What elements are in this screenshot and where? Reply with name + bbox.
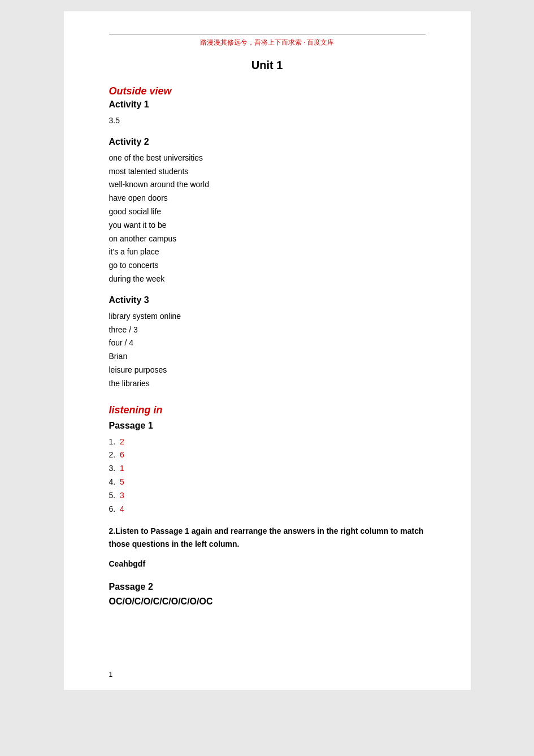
outside-view-section: Outside view Activity 1 3.5 Activity 2 o… (109, 85, 426, 391)
activity3-content: library system online three / 3 four / 4… (109, 310, 426, 391)
passage1-num-0: 1. (109, 437, 116, 446)
passage1-item-3: 4. 5 (109, 476, 426, 489)
passage1-item-4: 5. 3 (109, 489, 426, 503)
activity1-answer: 3.5 (109, 114, 426, 128)
passage1-item-2: 3. 1 (109, 462, 426, 476)
activity3-line-1: three / 3 (109, 323, 426, 337)
page: 路漫漫其修远兮，吾将上下而求索 · 百度文库 Unit 1 Outside vi… (64, 11, 471, 690)
passage1-ans-4: 3 (120, 491, 124, 500)
listening-in-section: listening in Passage 1 1. 2 2. 6 3. 1 4.… (109, 404, 426, 607)
passage1-ans-1: 6 (120, 450, 124, 459)
outside-view-title: Outside view (109, 85, 426, 97)
activity2-line-7: it's a fun place (109, 245, 426, 259)
activity3-line-5: the libraries (109, 377, 426, 391)
activity2-line-9: during the week (109, 273, 426, 286)
passage1-title: Passage 1 (109, 421, 426, 431)
activity2-line-8: go to concerts (109, 259, 426, 273)
passage1-num-5: 6. (109, 504, 116, 513)
passage1-num-4: 5. (109, 491, 116, 500)
activity3-title: Activity 3 (109, 295, 426, 305)
activity3-line-3: Brian (109, 350, 426, 364)
passage1-ans-2: 1 (120, 464, 124, 473)
passage2-answer: OC/O/C/O/C/C/O/C/O/OC (109, 597, 426, 607)
rearranged-answer: Ceahbgdf (109, 559, 426, 568)
activity2-line-5: you want it to be (109, 219, 426, 232)
activity2-line-0: one of the best universities (109, 152, 426, 165)
passage1-instruction: 2.Listen to Passage 1 again and rearrang… (109, 525, 426, 550)
activity2-content: one of the best universities most talent… (109, 152, 426, 286)
activity2-line-2: well-known around the world (109, 178, 426, 192)
activity2-line-1: most talented students (109, 165, 426, 179)
passage1-num-3: 4. (109, 477, 116, 486)
activity2-line-4: good social life (109, 205, 426, 219)
passage1-item-0: 1. 2 (109, 435, 426, 449)
header-divider (109, 34, 426, 34)
listening-in-title: listening in (109, 404, 426, 416)
activity3-line-4: leisure purposes (109, 364, 426, 377)
activity3-line-2: four / 4 (109, 336, 426, 350)
activity1-title: Activity 1 (109, 100, 426, 110)
passage1-num-2: 3. (109, 464, 116, 473)
passage1-num-1: 2. (109, 450, 116, 459)
activity2-line-3: have open doors (109, 192, 426, 205)
passage1-items: 1. 2 2. 6 3. 1 4. 5 5. 3 6. 4 (109, 435, 426, 516)
passage1-ans-0: 2 (120, 437, 124, 446)
passage1-item-5: 6. 4 (109, 503, 426, 516)
passage1-ans-3: 5 (120, 477, 124, 486)
page-title: Unit 1 (109, 59, 426, 72)
page-number: 1 (109, 671, 113, 679)
passage1-item-1: 2. 6 (109, 448, 426, 462)
activity3-line-0: library system online (109, 310, 426, 323)
activity2-line-6: on another campus (109, 232, 426, 246)
passage2-title: Passage 2 (109, 582, 426, 592)
passage1-ans-5: 4 (120, 504, 124, 513)
activity2-title: Activity 2 (109, 137, 426, 147)
header-text: 路漫漫其修远兮，吾将上下而求索 · 百度文库 (109, 38, 426, 47)
